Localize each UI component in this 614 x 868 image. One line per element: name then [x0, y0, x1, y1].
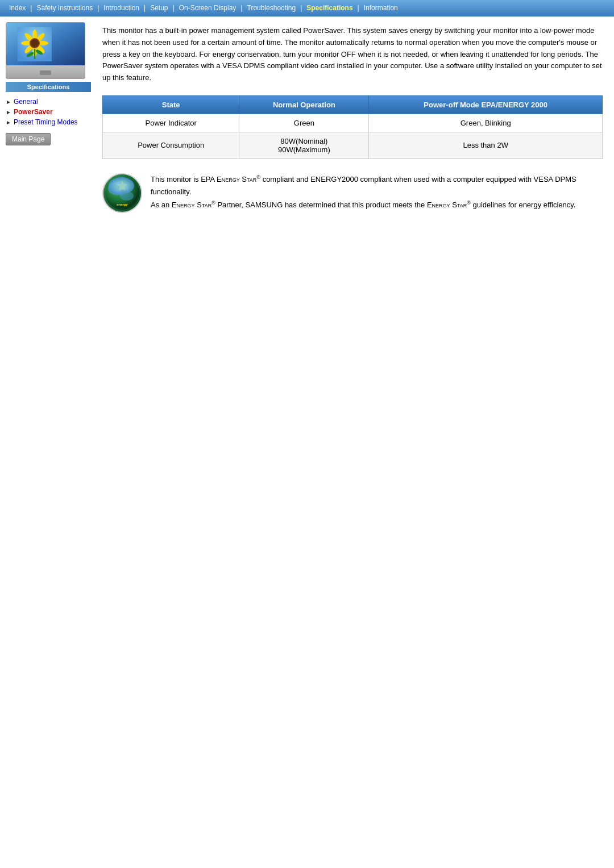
- table-cell-normal-2: 80W(Nominal)90W(Maximum): [239, 132, 369, 158]
- svg-marker-19: [117, 180, 128, 191]
- arrow-icon-general: ►: [6, 99, 11, 105]
- power-table: State Normal Operation Power-off Mode EP…: [102, 95, 603, 159]
- sidebar-link-general[interactable]: General: [14, 98, 38, 106]
- energy-text-block: This monitor is EPA Energy Star® complia…: [151, 173, 603, 211]
- table-cell-poweroff-1: Green, Blinking: [369, 114, 603, 132]
- nav-item-introduction[interactable]: Introduction: [100, 3, 143, 13]
- table-cell-normal-1: Green: [239, 114, 369, 132]
- svg-point-18: [121, 189, 127, 194]
- sidebar-menu: ► General ► PowerSaver ► Preset Timing M…: [6, 97, 91, 127]
- energy-section: energy This monitor is EPA Energy Star® …: [102, 173, 603, 213]
- energy-logo-inner: energy: [104, 174, 141, 211]
- table-cell-state-2: Power Consumption: [103, 132, 239, 158]
- nav-item-index[interactable]: Index: [6, 3, 29, 13]
- svg-point-15: [108, 182, 128, 195]
- sidebar-menu-item-preset[interactable]: ► Preset Timing Modes: [6, 117, 91, 127]
- nav-item-setup[interactable]: Setup: [147, 3, 171, 13]
- content-area: This monitor has a built-in power manage…: [97, 22, 608, 216]
- sidebar-link-preset[interactable]: Preset Timing Modes: [14, 118, 78, 126]
- svg-point-17: [111, 184, 120, 190]
- energy-star-svg: energy: [104, 174, 141, 211]
- table-row: Power Indicator Green Green, Blinking: [103, 114, 603, 132]
- sidebar: Specifications ► General ► PowerSaver ► …: [6, 22, 91, 216]
- energy-paragraph-2: As an Energy Star® Partner, SAMSUNG has …: [151, 199, 603, 211]
- table-cell-state-1: Power Indicator: [103, 114, 239, 132]
- energy-paragraph-1: This monitor is EPA Energy Star® complia…: [151, 173, 603, 199]
- nav-separator-6: |: [299, 4, 303, 12]
- nav-item-osd[interactable]: On-Screen Display: [176, 3, 240, 13]
- monitor-base: [6, 65, 85, 79]
- svg-text:energy: energy: [117, 203, 128, 206]
- svg-point-16: [120, 191, 134, 201]
- energy-star-label-1: Energy Star: [217, 175, 256, 183]
- svg-point-10: [31, 39, 39, 47]
- table-header-state: State: [103, 95, 239, 114]
- main-page-button[interactable]: Main Page: [6, 133, 51, 145]
- intro-paragraph: This monitor has a built-in power manage…: [102, 25, 603, 84]
- nav-separator-2: |: [96, 4, 100, 12]
- nav-item-troubleshooting[interactable]: Troubleshooting: [244, 3, 300, 13]
- sidebar-title: Specifications: [6, 82, 91, 92]
- sidebar-menu-item-powersaver[interactable]: ► PowerSaver: [6, 107, 91, 117]
- nav-bar: Index | Safety Instructions | Introducti…: [0, 0, 614, 16]
- energy-star-logo: energy: [102, 173, 142, 213]
- nav-separator-3: |: [143, 4, 147, 12]
- energy-star-label-2: Energy Star: [172, 201, 211, 209]
- nav-item-safety[interactable]: Safety Instructions: [33, 3, 96, 13]
- table-header-row: State Normal Operation Power-off Mode EP…: [103, 95, 603, 114]
- nav-item-specifications[interactable]: Specifications: [303, 3, 356, 13]
- nav-separator-1: |: [29, 4, 33, 12]
- sidebar-monitor-image: [6, 22, 85, 79]
- nav-item-information[interactable]: Information: [360, 3, 401, 13]
- nav-separator-5: |: [239, 4, 243, 12]
- table-row: Power Consumption 80W(Nominal)90W(Maximu…: [103, 132, 603, 158]
- nav-separator-4: |: [172, 4, 176, 12]
- table-header-poweroff: Power-off Mode EPA/ENERGY 2000: [369, 95, 603, 114]
- table-header-normal: Normal Operation: [239, 95, 369, 114]
- table-cell-poweroff-2: Less than 2W: [369, 132, 603, 158]
- main-container: Specifications ► General ► PowerSaver ► …: [0, 16, 614, 222]
- sidebar-menu-item-general[interactable]: ► General: [6, 97, 91, 107]
- arrow-icon-preset: ►: [6, 119, 11, 126]
- nav-separator-7: |: [356, 4, 360, 12]
- arrow-icon-powersaver: ►: [6, 109, 11, 115]
- sidebar-link-powersaver[interactable]: PowerSaver: [14, 108, 53, 116]
- monitor-screen: [6, 23, 85, 65]
- energy-star-label-3: Energy Star: [427, 201, 467, 209]
- sunflower-icon: [18, 27, 52, 61]
